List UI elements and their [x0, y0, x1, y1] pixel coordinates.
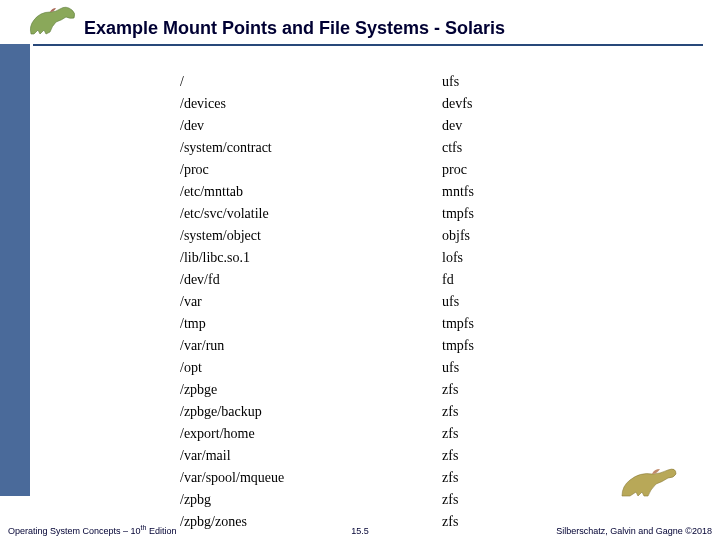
filesystem-cell: zfs — [442, 402, 542, 422]
filesystem-cell: tmpfs — [442, 336, 542, 356]
table-row: /dev/fdfd — [180, 270, 542, 290]
filesystem-cell: lofs — [442, 248, 542, 268]
filesystem-cell: tmpfs — [442, 314, 542, 334]
mount-point-cell: /zpbg — [180, 490, 440, 510]
footer: Operating System Concepts – 10th Edition… — [0, 522, 720, 540]
slide-title: Example Mount Points and File Systems - … — [84, 18, 505, 39]
mount-point-cell: /system/contract — [180, 138, 440, 158]
mount-point-cell: /dev/fd — [180, 270, 440, 290]
dinosaur-icon-bottom — [618, 462, 680, 502]
table-row: /var/spool/mqueuezfs — [180, 468, 542, 488]
mount-point-cell: /lib/libc.so.1 — [180, 248, 440, 268]
filesystem-cell: ufs — [442, 72, 542, 92]
table-row: /devicesdevfs — [180, 94, 542, 114]
mount-point-cell: /dev — [180, 116, 440, 136]
mount-point-cell: /zpbge — [180, 380, 440, 400]
filesystem-cell: zfs — [442, 446, 542, 466]
filesystem-cell: ctfs — [442, 138, 542, 158]
mount-point-cell: /devices — [180, 94, 440, 114]
footer-right: Silberschatz, Galvin and Gagne ©2018 — [556, 526, 712, 536]
filesystem-cell: dev — [442, 116, 542, 136]
left-sidebar-band — [0, 44, 30, 496]
table-row: /tmptmpfs — [180, 314, 542, 334]
mount-point-cell: /export/home — [180, 424, 440, 444]
mount-table: /ufs/devicesdevfs/devdev/system/contract… — [178, 70, 544, 534]
table-row: /lib/libc.so.1lofs — [180, 248, 542, 268]
table-row: /zpbge/backupzfs — [180, 402, 542, 422]
filesystem-cell: mntfs — [442, 182, 542, 202]
table-row: /var/mailzfs — [180, 446, 542, 466]
table-row: /ufs — [180, 72, 542, 92]
filesystem-cell: zfs — [442, 490, 542, 510]
filesystem-cell: zfs — [442, 468, 542, 488]
filesystem-cell: tmpfs — [442, 204, 542, 224]
mount-point-cell: /var/run — [180, 336, 440, 356]
table-row: /system/contractctfs — [180, 138, 542, 158]
mount-point-cell: /var/spool/mqueue — [180, 468, 440, 488]
title-underline — [33, 44, 703, 46]
table-row: /etc/svc/volatiletmpfs — [180, 204, 542, 224]
mount-point-cell: /system/object — [180, 226, 440, 246]
mount-point-cell: /etc/mnttab — [180, 182, 440, 202]
mount-point-cell: /tmp — [180, 314, 440, 334]
table-row: /devdev — [180, 116, 542, 136]
filesystem-cell: ufs — [442, 292, 542, 312]
filesystem-cell: proc — [442, 160, 542, 180]
table-row: /procproc — [180, 160, 542, 180]
table-row: /zpbgezfs — [180, 380, 542, 400]
table-row: /export/homezfs — [180, 424, 542, 444]
filesystem-cell: devfs — [442, 94, 542, 114]
filesystem-cell: zfs — [442, 424, 542, 444]
filesystem-cell: ufs — [442, 358, 542, 378]
mount-point-cell: /etc/svc/volatile — [180, 204, 440, 224]
table-row: /optufs — [180, 358, 542, 378]
mount-point-cell: /proc — [180, 160, 440, 180]
filesystem-cell: objfs — [442, 226, 542, 246]
dinosaur-icon-top — [26, 4, 80, 40]
mount-point-cell: /opt — [180, 358, 440, 378]
table-row: /zpbgzfs — [180, 490, 542, 510]
filesystem-cell: zfs — [442, 380, 542, 400]
mount-point-cell: / — [180, 72, 440, 92]
table-row: /etc/mnttabmntfs — [180, 182, 542, 202]
mount-point-cell: /var — [180, 292, 440, 312]
mount-point-cell: /var/mail — [180, 446, 440, 466]
table-row: /varufs — [180, 292, 542, 312]
table-row: /system/objectobjfs — [180, 226, 542, 246]
mount-point-cell: /zpbge/backup — [180, 402, 440, 422]
table-row: /var/runtmpfs — [180, 336, 542, 356]
filesystem-cell: fd — [442, 270, 542, 290]
